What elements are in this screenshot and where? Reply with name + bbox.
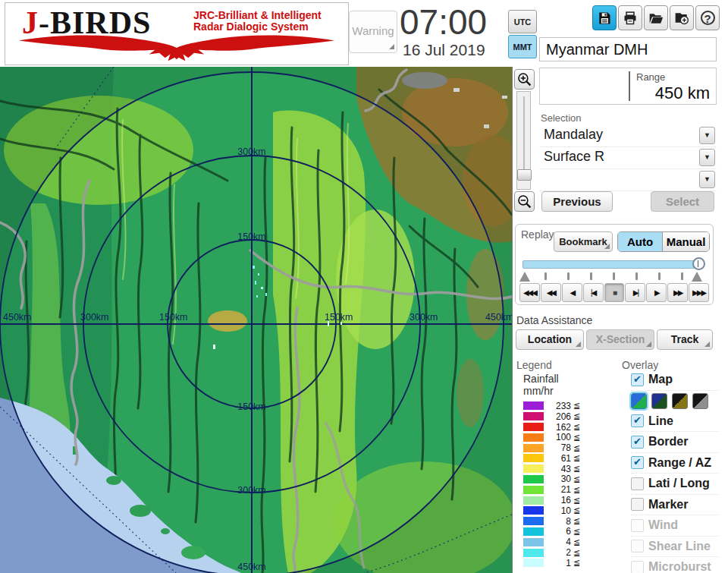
add-image-button[interactable]	[670, 5, 694, 30]
x-section-dropdown-indicator	[646, 342, 651, 347]
ring-label: 450km	[3, 312, 32, 323]
replay-slider-track[interactable]	[522, 260, 701, 269]
legend-row: 43 ≦	[523, 464, 614, 474]
playback-icon: ■	[613, 288, 616, 297]
map-style-swatch[interactable]	[651, 393, 667, 409]
ring-label: 450km	[237, 562, 266, 572]
legend-suffix: ≦	[573, 548, 580, 558]
playback-icon: ▶▶	[673, 288, 682, 297]
overlay-item[interactable]: ✔ Range / AZ	[631, 452, 719, 474]
checkbox-icon[interactable]: ✔	[631, 414, 644, 427]
playback-icon: ◀	[570, 288, 574, 297]
map-style-swatch[interactable]	[631, 393, 647, 409]
manual-button[interactable]: Manual	[663, 232, 709, 251]
legend-suffix: ≦	[573, 505, 580, 515]
checkbox-icon[interactable]: ✔	[631, 456, 644, 469]
replay-label: Replay	[521, 228, 554, 241]
open-folder-button[interactable]	[644, 5, 668, 30]
range-label: Range	[636, 71, 665, 83]
overlay-item[interactable]: ✔ Line	[631, 411, 719, 432]
legend-row: 78 ≦	[523, 442, 614, 453]
zoom-slider-track[interactable]	[516, 91, 531, 190]
logo-tagline: JRC-Brilliant & Intelligent Radar Dialog…	[193, 10, 322, 33]
print-button[interactable]	[618, 5, 642, 30]
legend-value: 8	[544, 516, 571, 527]
slider-tick	[681, 272, 683, 280]
chevron-down-icon[interactable]: ▼	[699, 171, 715, 188]
zoom-out-button[interactable]	[514, 191, 535, 212]
replay-panel: Replay Bookmark Auto Manual ◀◀◀◀◀◀|◀■▶|▶…	[515, 224, 714, 305]
mmt-button[interactable]: MMT	[508, 35, 537, 58]
playback-button[interactable]: ▶▶	[667, 283, 688, 302]
legend-value: 16	[544, 495, 571, 505]
zoom-slider-thumb[interactable]	[517, 169, 532, 181]
checkbox-icon[interactable]: ✔	[631, 540, 644, 553]
playback-button[interactable]: ▶	[646, 283, 667, 302]
legend-value: 233	[544, 401, 571, 411]
bookmark-dropdown-indicator	[604, 244, 610, 249]
overlay-item[interactable]: ✔ Microburst	[631, 556, 719, 573]
playback-button[interactable]: ◀◀◀	[519, 283, 540, 302]
playback-button[interactable]: ◀	[562, 283, 582, 302]
select-button[interactable]: Select	[651, 191, 714, 212]
auto-button[interactable]: Auto	[618, 232, 663, 251]
utc-button[interactable]: UTC	[508, 10, 537, 33]
map-style-swatch[interactable]	[692, 393, 708, 409]
chevron-down-icon[interactable]: ▼	[699, 149, 715, 166]
playback-button[interactable]: ▶▶▶	[689, 283, 709, 302]
previous-button[interactable]: Previous	[541, 191, 613, 212]
checkbox-icon[interactable]: ✔	[631, 436, 644, 449]
map-style-swatch[interactable]	[672, 393, 688, 409]
playback-icon: ◀◀	[547, 288, 555, 297]
data-assistance-label: Data Assistance	[516, 314, 592, 326]
replay-slider-handle[interactable]	[692, 257, 705, 270]
slider-tick	[635, 272, 638, 280]
checkbox-icon[interactable]: ✔	[631, 519, 644, 532]
chevron-down-icon[interactable]: ▼	[699, 127, 715, 144]
legend-swatch	[523, 401, 544, 410]
legend-suffix: ≦	[573, 537, 580, 547]
slider-tick	[613, 272, 615, 280]
option-dropdown[interactable]: ▼	[539, 169, 717, 191]
slider-tick	[658, 272, 661, 280]
legend-value: 61	[544, 453, 571, 464]
radar-map[interactable]: 450km 300km 150km 150km 300km 450km 300k…	[0, 67, 513, 573]
help-button[interactable]: ?	[695, 5, 720, 30]
overlay-item[interactable]: ✔ Marker	[631, 494, 719, 515]
bookmark-button[interactable]: Bookmark	[554, 231, 613, 252]
station-dropdown[interactable]: Mandalay ▼	[539, 125, 717, 147]
slider-end-marker	[692, 272, 702, 282]
legend-row: 30 ≦	[523, 474, 614, 485]
legend-row: 4 ≦	[523, 537, 614, 547]
legend-suffix: ≦	[573, 453, 580, 463]
playback-button[interactable]: ▶|	[625, 283, 645, 302]
ring-label: 150km	[159, 312, 188, 323]
legend-row: 2 ≦	[523, 547, 614, 558]
location-button[interactable]: Location	[516, 329, 584, 350]
legend-value: 1	[544, 558, 571, 568]
overlay-item[interactable]: ✔ Shear Line	[631, 536, 719, 557]
overlay-item[interactable]: ✔ Border	[631, 431, 719, 452]
legend-row: 162 ≦	[523, 422, 614, 433]
station-name: Myanmar DMH	[539, 37, 717, 61]
overlay-item[interactable]: ✔ Wind	[631, 515, 719, 536]
playback-button[interactable]: |◀	[583, 283, 604, 302]
legend-suffix: ≦	[573, 527, 580, 537]
checkbox-icon[interactable]: ✔	[631, 561, 644, 573]
overlay-item-map[interactable]: ✔ Map	[631, 370, 719, 390]
overlay-items: ✔ Line ✔ Border ✔ Range / AZ ✔ Lati / Lo…	[631, 411, 719, 573]
zoom-in-button[interactable]	[514, 69, 535, 90]
station-dropdown-value: Mandalay	[544, 127, 603, 143]
playback-button[interactable]: ◀◀	[541, 283, 561, 302]
x-section-button[interactable]: X-Section	[586, 329, 654, 350]
product-dropdown[interactable]: Surface R ▼	[539, 147, 717, 169]
legend-swatch	[523, 444, 544, 452]
checkbox-icon[interactable]: ✔	[631, 498, 644, 511]
playback-button[interactable]: ■	[604, 283, 625, 302]
overlay-item[interactable]: ✔ Lati / Long	[631, 473, 719, 494]
track-button[interactable]: Track	[657, 329, 713, 350]
save-button[interactable]	[592, 5, 617, 30]
clock-time: 07:00	[400, 2, 487, 43]
checkbox-icon[interactable]: ✔	[631, 477, 644, 490]
checkbox-checked-icon[interactable]: ✔	[631, 373, 644, 386]
